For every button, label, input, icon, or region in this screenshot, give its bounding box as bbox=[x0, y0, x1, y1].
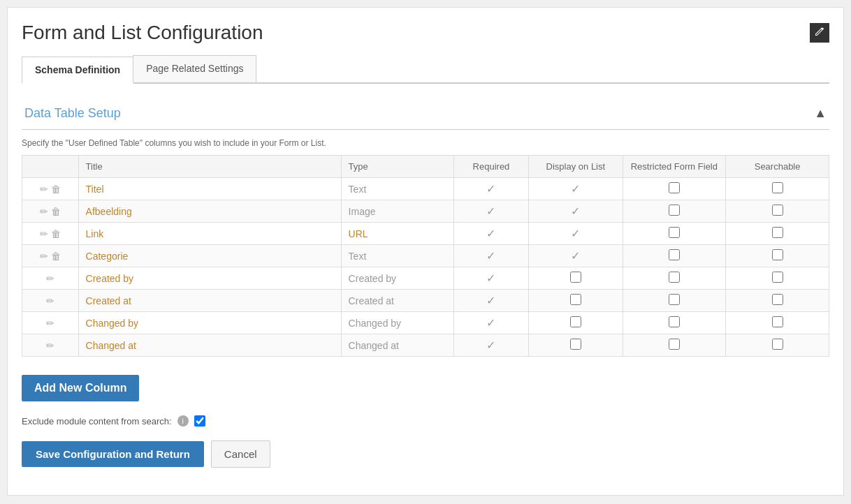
row-type: Text bbox=[341, 178, 453, 200]
row-restricted-form-field[interactable] bbox=[623, 267, 726, 290]
row-display-on-list[interactable] bbox=[529, 334, 623, 357]
row-required: ✓ bbox=[453, 312, 528, 334]
table-row: ✏🗑LinkURL✓✓ bbox=[22, 223, 829, 245]
row-display-on-list[interactable]: ✓ bbox=[529, 178, 623, 200]
display-on-list-checkbox[interactable] bbox=[570, 272, 581, 283]
header-type: Type bbox=[341, 156, 453, 178]
row-required: ✓ bbox=[453, 267, 528, 290]
row-actions: ✏🗑 bbox=[22, 178, 79, 200]
restricted-form-field-checkbox[interactable] bbox=[669, 249, 680, 260]
display-on-list-checkbox[interactable] bbox=[570, 339, 581, 350]
edit-row-icon[interactable]: ✏ bbox=[40, 206, 48, 217]
cancel-button[interactable]: Cancel bbox=[211, 440, 270, 468]
restricted-form-field-checkbox[interactable] bbox=[669, 294, 680, 305]
row-restricted-form-field[interactable] bbox=[623, 178, 726, 200]
display-on-list-checkbox[interactable] bbox=[570, 294, 581, 305]
page-wrapper: Form and List Configuration Schema Defin… bbox=[7, 7, 844, 496]
row-title[interactable]: Changed by bbox=[78, 312, 341, 334]
edit-row-icon[interactable]: ✏ bbox=[46, 295, 54, 306]
row-restricted-form-field[interactable] bbox=[623, 312, 726, 334]
tab-schema-definition[interactable]: Schema Definition bbox=[22, 57, 133, 84]
row-restricted-form-field[interactable] bbox=[623, 200, 726, 223]
searchable-checkbox[interactable] bbox=[772, 294, 783, 305]
edit-row-icon[interactable]: ✏ bbox=[40, 184, 48, 195]
section-title: Data Table Setup bbox=[24, 106, 121, 121]
collapse-icon[interactable]: ▲ bbox=[814, 106, 827, 121]
header-actions bbox=[22, 156, 79, 178]
searchable-checkbox[interactable] bbox=[772, 182, 783, 193]
row-restricted-form-field[interactable] bbox=[623, 223, 726, 245]
row-searchable[interactable] bbox=[726, 200, 829, 223]
section-header: Data Table Setup ▲ bbox=[22, 98, 829, 130]
searchable-checkbox[interactable] bbox=[772, 205, 783, 216]
header-searchable: Searchable bbox=[726, 156, 829, 178]
searchable-checkbox[interactable] bbox=[772, 339, 783, 350]
row-title[interactable]: Titel bbox=[78, 178, 341, 200]
exclude-search-row: Exclude module content from search: i bbox=[22, 415, 829, 427]
row-title[interactable]: Afbeelding bbox=[78, 200, 341, 223]
row-searchable[interactable] bbox=[726, 223, 829, 245]
row-restricted-form-field[interactable] bbox=[623, 290, 726, 312]
edit-row-icon[interactable]: ✏ bbox=[40, 228, 48, 239]
row-searchable[interactable] bbox=[726, 312, 829, 334]
delete-row-icon[interactable]: 🗑 bbox=[51, 228, 61, 239]
row-searchable[interactable] bbox=[726, 267, 829, 290]
tabs-bar: Schema Definition Page Related Settings bbox=[22, 55, 829, 84]
row-restricted-form-field[interactable] bbox=[623, 334, 726, 357]
searchable-checkbox[interactable] bbox=[772, 227, 783, 238]
row-title[interactable]: Created at bbox=[78, 290, 341, 312]
table-description: Specify the "User Defined Table" columns… bbox=[22, 138, 829, 148]
row-display-on-list[interactable]: ✓ bbox=[529, 200, 623, 223]
delete-row-icon[interactable]: 🗑 bbox=[51, 184, 61, 195]
tab-page-related-settings[interactable]: Page Related Settings bbox=[133, 55, 256, 82]
restricted-form-field-checkbox[interactable] bbox=[669, 205, 680, 216]
row-restricted-form-field[interactable] bbox=[623, 245, 726, 267]
row-type: Image bbox=[341, 200, 453, 223]
row-actions: ✏🗑 bbox=[22, 245, 79, 267]
edit-row-icon[interactable]: ✏ bbox=[46, 273, 54, 284]
restricted-form-field-checkbox[interactable] bbox=[669, 182, 680, 193]
data-table: Title Type Required Display on List Rest… bbox=[22, 155, 829, 357]
row-searchable[interactable] bbox=[726, 290, 829, 312]
row-actions: ✏ bbox=[22, 290, 79, 312]
save-configuration-button[interactable]: Save Configuration and Return bbox=[22, 441, 204, 467]
searchable-checkbox[interactable] bbox=[772, 272, 783, 283]
delete-row-icon[interactable]: 🗑 bbox=[51, 251, 61, 262]
restricted-form-field-checkbox[interactable] bbox=[669, 316, 680, 327]
row-display-on-list[interactable] bbox=[529, 312, 623, 334]
row-display-on-list[interactable]: ✓ bbox=[529, 245, 623, 267]
add-new-column-button[interactable]: Add New Column bbox=[22, 375, 139, 401]
restricted-form-field-checkbox[interactable] bbox=[669, 272, 680, 283]
display-on-list-checkbox[interactable] bbox=[570, 316, 581, 327]
delete-row-icon[interactable]: 🗑 bbox=[51, 206, 61, 217]
edit-row-icon[interactable]: ✏ bbox=[46, 340, 54, 351]
row-title[interactable]: Created by bbox=[78, 267, 341, 290]
row-type: Changed at bbox=[341, 334, 453, 357]
edit-row-icon[interactable]: ✏ bbox=[40, 251, 48, 262]
row-title[interactable]: Categorie bbox=[78, 245, 341, 267]
row-searchable[interactable] bbox=[726, 245, 829, 267]
table-row: ✏Created atCreated at✓ bbox=[22, 290, 829, 312]
row-type: Created at bbox=[341, 290, 453, 312]
row-required: ✓ bbox=[453, 290, 528, 312]
row-type: Created by bbox=[341, 267, 453, 290]
restricted-form-field-checkbox[interactable] bbox=[669, 227, 680, 238]
row-type[interactable]: URL bbox=[341, 223, 453, 245]
row-title[interactable]: Changed at bbox=[78, 334, 341, 357]
exclude-search-checkbox[interactable] bbox=[194, 415, 205, 427]
edit-row-icon[interactable]: ✏ bbox=[46, 318, 54, 329]
searchable-checkbox[interactable] bbox=[772, 316, 783, 327]
row-searchable[interactable] bbox=[726, 178, 829, 200]
row-type: Changed by bbox=[341, 312, 453, 334]
restricted-form-field-checkbox[interactable] bbox=[669, 339, 680, 350]
searchable-checkbox[interactable] bbox=[772, 249, 783, 260]
edit-icon[interactable] bbox=[810, 23, 829, 43]
row-title[interactable]: Link bbox=[78, 223, 341, 245]
row-display-on-list[interactable]: ✓ bbox=[529, 223, 623, 245]
header-title: Title bbox=[78, 156, 341, 178]
row-display-on-list[interactable] bbox=[529, 267, 623, 290]
row-display-on-list[interactable] bbox=[529, 290, 623, 312]
row-searchable[interactable] bbox=[726, 334, 829, 357]
row-actions: ✏ bbox=[22, 312, 79, 334]
info-icon[interactable]: i bbox=[177, 415, 189, 427]
